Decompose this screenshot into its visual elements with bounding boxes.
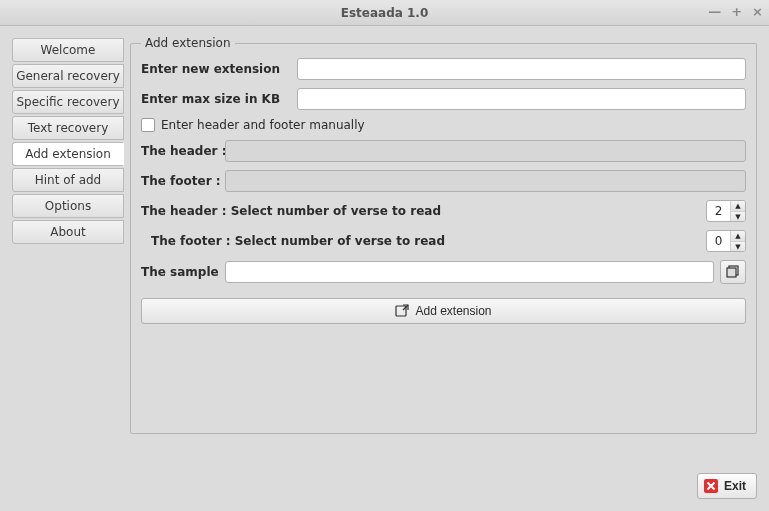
footer-verse-stepper[interactable]: 0 ▲ ▼ (706, 230, 746, 252)
sample-input[interactable] (225, 261, 714, 283)
minimize-icon[interactable]: — (708, 4, 721, 19)
exit-button[interactable]: Exit (697, 473, 757, 499)
svg-rect-1 (727, 268, 736, 277)
group-legend: Add extension (141, 36, 235, 50)
add-extension-button-label: Add extension (415, 304, 491, 318)
chevron-up-icon[interactable]: ▲ (731, 231, 745, 242)
client-area: Welcome General recovery Specific recove… (0, 26, 769, 511)
footer-verse-label: The footer : Select number of verse to r… (151, 234, 554, 248)
footer-bar: Exit (12, 473, 757, 499)
exit-button-label: Exit (724, 479, 746, 493)
main-row: Welcome General recovery Specific recove… (12, 36, 757, 465)
manual-checkbox-label: Enter header and footer manually (161, 118, 365, 132)
window-title: Esteaada 1.0 (341, 6, 429, 20)
titlebar: Esteaada 1.0 — + × (0, 0, 769, 26)
header-verse-stepper[interactable]: 2 ▲ ▼ (706, 200, 746, 222)
chevron-up-icon[interactable]: ▲ (731, 201, 745, 212)
header-input (225, 140, 746, 162)
chevron-down-icon[interactable]: ▼ (731, 242, 745, 252)
sidebar: Welcome General recovery Specific recove… (12, 36, 124, 465)
footer-label: The footer : (141, 174, 219, 188)
close-red-icon (704, 479, 718, 493)
sidebar-item-text-recovery[interactable]: Text recovery (12, 116, 124, 140)
copy-icon (726, 265, 740, 279)
footer-input (225, 170, 746, 192)
manual-checkbox[interactable]: Enter header and footer manually (141, 118, 365, 132)
sidebar-item-general-recovery[interactable]: General recovery (12, 64, 124, 88)
header-label: The header : (141, 144, 219, 158)
add-icon (395, 304, 409, 318)
app-window: Esteaada 1.0 — + × Welcome General recov… (0, 0, 769, 511)
header-verse-value: 2 (707, 201, 731, 221)
sidebar-item-add-extension[interactable]: Add extension (12, 142, 124, 166)
sidebar-item-hint-of-add[interactable]: Hint of add (12, 168, 124, 192)
sidebar-item-options[interactable]: Options (12, 194, 124, 218)
new-extension-input[interactable] (297, 58, 746, 80)
sample-label: The sample (141, 265, 219, 279)
sidebar-item-about[interactable]: About (12, 220, 124, 244)
chevron-down-icon[interactable]: ▼ (731, 212, 745, 222)
sidebar-item-specific-recovery[interactable]: Specific recovery (12, 90, 124, 114)
close-icon[interactable]: × (752, 4, 763, 19)
maximize-icon[interactable]: + (731, 4, 742, 19)
footer-verse-value: 0 (707, 231, 731, 251)
main-panel: Add extension Enter new extension Enter … (130, 36, 757, 465)
add-extension-group: Add extension Enter new extension Enter … (130, 36, 757, 434)
window-controls: — + × (708, 4, 763, 19)
svg-rect-2 (396, 306, 406, 316)
max-size-label: Enter max size in KB (141, 92, 291, 106)
max-size-input[interactable] (297, 88, 746, 110)
add-extension-button[interactable]: Add extension (141, 298, 746, 324)
sidebar-item-welcome[interactable]: Welcome (12, 38, 124, 62)
header-verse-label: The header : Select number of verse to r… (141, 204, 554, 218)
browse-sample-button[interactable] (720, 260, 746, 284)
new-extension-label: Enter new extension (141, 62, 291, 76)
checkbox-icon (141, 118, 155, 132)
